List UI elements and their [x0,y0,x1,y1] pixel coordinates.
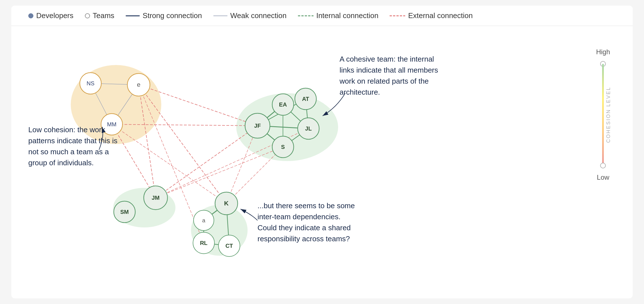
cohesion-side-label: COHESION LEVEL [606,86,611,143]
node-s-label: S [281,144,285,150]
legend-teams: Teams [85,11,115,20]
annotation-high-cohesion: A cohesive team: the internal links indi… [340,54,447,98]
node-rl-label: RL [200,240,208,246]
legend-weak: Weak connection [213,11,287,20]
teams-label: Teams [93,11,115,20]
node-at-label: AT [302,96,309,102]
weak-icon [213,16,227,16]
legend-bar: Developers Teams Strong connection Weak … [11,6,633,26]
legend-strong: Strong connection [126,11,202,20]
node-ea-label: EA [279,101,287,108]
ext-e-k [139,85,226,203]
node-jm-label: JM [152,195,160,201]
external-icon [390,15,405,17]
cohesion-circle-bottom [600,163,606,168]
internal-label: Internal connection [316,11,379,20]
annotation-inter-team: ...but there seems to be some inter-team… [257,189,365,244]
node-ns-label: NS [87,80,95,86]
legend-internal: Internal connection [298,11,379,20]
cohesion-track: COHESION LEVEL [600,61,606,168]
strong-icon [126,15,140,16]
node-k-label: K [224,200,229,207]
cohesion-high-label: High [596,48,610,56]
cohesion-gradient [602,64,604,166]
node-jl-label: JL [305,125,312,132]
legend-external: External connection [390,11,473,20]
node-a-label: a [202,217,205,223]
external-label: External connection [408,11,473,20]
legend-developers: Developers [28,11,74,20]
node-sm-label: SM [120,209,129,215]
developers-label: Developers [36,11,74,20]
teams-icon [85,13,90,18]
developers-icon [28,13,33,18]
node-e-label: e [137,81,140,88]
strong-label: Strong connection [143,11,202,20]
internal-icon [298,15,314,17]
weak-label: Weak connection [230,11,287,20]
node-ct-label: CT [226,243,233,249]
annotation-low-cohesion: Low cohesion: the work patterns indicate… [28,124,124,168]
node-jf-label: JF [254,123,261,129]
cohesion-low-label: Low [597,173,609,181]
main-container: Developers Teams Strong connection Weak … [11,6,633,298]
cohesion-bar: High COHESION LEVEL Low [596,48,610,181]
